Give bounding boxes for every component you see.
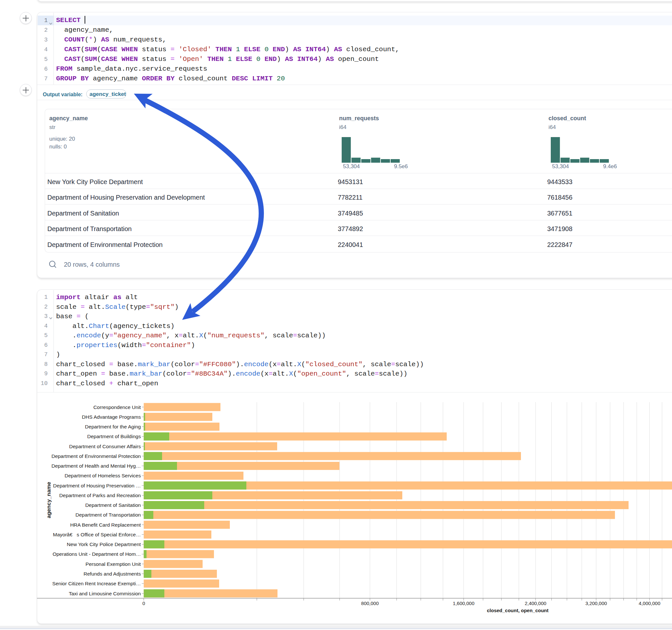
svg-text:800,000: 800,000: [361, 601, 379, 606]
svg-text:Department of Sanitation: Department of Sanitation: [85, 502, 141, 508]
svg-text:Department of Buildings: Department of Buildings: [87, 434, 141, 439]
svg-text:Operations Unit - Department o: Operations Unit - Department of Hom…: [52, 551, 141, 557]
svg-text:4,000,000: 4,000,000: [639, 601, 660, 606]
svg-text:Department of Housing Preserva: Department of Housing Preservation …: [53, 483, 141, 488]
svg-text:9.5e6: 9.5e6: [394, 163, 408, 169]
svg-text:New York City Police Departmen: New York City Police Department: [67, 541, 141, 547]
svg-text:closed_count, open_count: closed_count, open_count: [487, 608, 549, 613]
svg-text:Department of Parks and Recrea: Department of Parks and Recreation: [59, 492, 141, 498]
svg-text:53,304: 53,304: [552, 163, 569, 169]
svg-text:Department of Health and Menta: Department of Health and Mental Hyg…: [51, 463, 141, 468]
svg-text:9.4e6: 9.4e6: [603, 163, 617, 169]
svg-text:Personal Exemption Unit: Personal Exemption Unit: [86, 561, 141, 567]
svg-text:Department for the Aging: Department for the Aging: [85, 424, 141, 429]
svg-text:0: 0: [142, 601, 145, 606]
svg-text:Department of Transportation: Department of Transportation: [75, 512, 141, 517]
svg-text:Department of Consumer Affairs: Department of Consumer Affairs: [69, 444, 141, 449]
svg-text:2,400,000: 2,400,000: [525, 601, 547, 606]
svg-text:3,200,000: 3,200,000: [585, 601, 607, 606]
svg-text:Taxi and Limousine Commission: Taxi and Limousine Commission: [69, 591, 141, 596]
svg-text:agency_name: agency_name: [46, 482, 52, 518]
svg-text:Refunds and Adjustments: Refunds and Adjustments: [83, 571, 141, 577]
svg-text:Department of Environmental Pr: Department of Environmental Protection: [51, 453, 141, 459]
svg-text:1,600,000: 1,600,000: [453, 601, 475, 606]
svg-text:HRA Benefit Card Replacement: HRA Benefit Card Replacement: [70, 522, 141, 528]
svg-text:Senior Citizen Rent Increase E: Senior Citizen Rent Increase Exempti…: [52, 581, 141, 586]
svg-text:DHS Advantage Programs: DHS Advantage Programs: [82, 414, 141, 420]
svg-text:Mayorâ€ s Office of Special: Mayorâ€ s Office of Special Enforce…: [53, 532, 141, 537]
svg-text:Department of Homeless Service: Department of Homeless Services: [65, 473, 141, 478]
svg-text:Correspondence Unit: Correspondence Unit: [93, 405, 141, 410]
